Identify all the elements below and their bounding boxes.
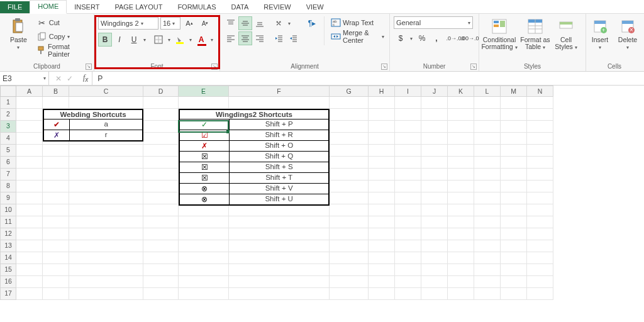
- cell-K15[interactable]: [448, 264, 474, 276]
- cell-I6[interactable]: [395, 157, 421, 169]
- cell-D10[interactable]: [143, 204, 179, 216]
- cell-D15[interactable]: [143, 264, 179, 276]
- cell-B8[interactable]: [43, 180, 69, 192]
- worksheet-grid[interactable]: ABCDEFGHIJKLMN 1234567891011121314151617…: [0, 86, 644, 300]
- cell-A4[interactable]: [16, 133, 43, 145]
- cell-M11[interactable]: [501, 216, 527, 228]
- cell-H17[interactable]: [369, 288, 395, 300]
- cell-I16[interactable]: [395, 276, 421, 288]
- cell-K17[interactable]: [448, 288, 474, 300]
- cell-F17[interactable]: [229, 288, 330, 300]
- col-header-F[interactable]: F: [229, 86, 330, 97]
- cell-I10[interactable]: [395, 204, 421, 216]
- cell-H15[interactable]: [369, 264, 395, 276]
- cell-L14[interactable]: [474, 252, 501, 264]
- cell-G12[interactable]: [330, 228, 369, 240]
- cell-H14[interactable]: [369, 252, 395, 264]
- cell-K7[interactable]: [448, 169, 474, 180]
- cell-J7[interactable]: [421, 169, 448, 180]
- align-left-button[interactable]: [224, 31, 238, 45]
- cell-H4[interactable]: [369, 133, 395, 145]
- cell-E17[interactable]: [179, 288, 229, 300]
- merge-center-button[interactable]: Merge & Center ▾: [330, 30, 386, 43]
- row-header-16[interactable]: 16: [0, 276, 16, 288]
- tab-file[interactable]: FILE: [0, 1, 30, 13]
- cell-D1[interactable]: [143, 97, 179, 109]
- cell-D14[interactable]: [143, 252, 179, 264]
- cell-M1[interactable]: [501, 97, 527, 109]
- cell-G10[interactable]: [330, 204, 369, 216]
- conditional-formatting-button[interactable]: Conditional Formatting ▾: [480, 16, 518, 51]
- cell-G11[interactable]: [330, 216, 369, 228]
- cell-F11[interactable]: [229, 216, 330, 228]
- col-header-A[interactable]: A: [16, 86, 43, 97]
- row-header-3[interactable]: 3: [0, 121, 16, 133]
- cell-H10[interactable]: [369, 204, 395, 216]
- cell-C14[interactable]: [69, 252, 143, 264]
- cell-N4[interactable]: [527, 133, 553, 145]
- fill-color-dd[interactable]: ▾: [187, 37, 194, 43]
- cell-H12[interactable]: [369, 228, 395, 240]
- row-header-7[interactable]: 7: [0, 169, 16, 180]
- percent-button[interactable]: %: [415, 31, 429, 45]
- cell-I8[interactable]: [395, 180, 421, 192]
- cell-L3[interactable]: [474, 121, 501, 133]
- cell-D2[interactable]: [143, 109, 179, 121]
- wrap-text-button[interactable]: abcWrap Text: [330, 16, 386, 29]
- cell-J3[interactable]: [421, 121, 448, 133]
- cell-D7[interactable]: [143, 169, 179, 180]
- cell-H3[interactable]: [369, 121, 395, 133]
- font-name-combo[interactable]: Wingdings 2▾: [98, 17, 158, 30]
- cut-button[interactable]: ✂Cut: [36, 16, 90, 29]
- borders-dd[interactable]: ▾: [166, 37, 172, 43]
- tab-page-layout[interactable]: PAGE LAYOUT: [107, 1, 170, 13]
- cell-M8[interactable]: [501, 180, 527, 192]
- cell-G17[interactable]: [330, 288, 369, 300]
- cell-L8[interactable]: [474, 180, 501, 192]
- cell-styles-button[interactable]: Cell Styles ▾: [552, 16, 580, 51]
- cell-E11[interactable]: [179, 216, 229, 228]
- cell-C8[interactable]: [69, 180, 143, 192]
- col-header-J[interactable]: J: [421, 86, 448, 97]
- cell-N15[interactable]: [527, 264, 553, 276]
- col-header-L[interactable]: L: [474, 86, 501, 97]
- cell-B17[interactable]: [43, 288, 69, 300]
- cell-D8[interactable]: [143, 180, 179, 192]
- row-header-1[interactable]: 1: [0, 97, 16, 109]
- bold-button[interactable]: B: [98, 33, 112, 47]
- cell-B12[interactable]: [43, 228, 69, 240]
- align-right-button[interactable]: [253, 31, 267, 45]
- cell-C11[interactable]: [69, 216, 143, 228]
- orientation-dd[interactable]: ▾: [286, 21, 292, 26]
- row-header-17[interactable]: 17: [0, 288, 16, 300]
- cell-B7[interactable]: [43, 169, 69, 180]
- row-header-5[interactable]: 5: [0, 145, 16, 157]
- cell-J13[interactable]: [421, 240, 448, 252]
- cell-J11[interactable]: [421, 216, 448, 228]
- ltr-button[interactable]: ¶▸: [305, 16, 319, 30]
- col-header-K[interactable]: K: [448, 86, 474, 97]
- cell-B9[interactable]: [43, 192, 69, 204]
- cell-A11[interactable]: [16, 216, 43, 228]
- cell-G4[interactable]: [330, 133, 369, 145]
- tab-home[interactable]: HOME: [30, 0, 67, 14]
- underline-dd[interactable]: ▾: [142, 37, 148, 43]
- row-header-9[interactable]: 9: [0, 192, 16, 204]
- cell-M7[interactable]: [501, 169, 527, 180]
- insert-cells-button[interactable]: + Insert▾: [586, 16, 614, 51]
- cell-E16[interactable]: [179, 276, 229, 288]
- cell-D13[interactable]: [143, 240, 179, 252]
- cell-K4[interactable]: [448, 133, 474, 145]
- increase-indent-button[interactable]: [286, 31, 300, 45]
- cell-J4[interactable]: [421, 133, 448, 145]
- paste-button[interactable]: Paste▾: [4, 16, 33, 51]
- cell-B14[interactable]: [43, 252, 69, 264]
- row-header-12[interactable]: 12: [0, 228, 16, 240]
- cell-I7[interactable]: [395, 169, 421, 180]
- cell-N9[interactable]: [527, 192, 553, 204]
- col-header-B[interactable]: B: [43, 86, 69, 97]
- cell-K2[interactable]: [448, 109, 474, 121]
- cell-K11[interactable]: [448, 216, 474, 228]
- cell-H9[interactable]: [369, 192, 395, 204]
- cell-N5[interactable]: [527, 145, 553, 157]
